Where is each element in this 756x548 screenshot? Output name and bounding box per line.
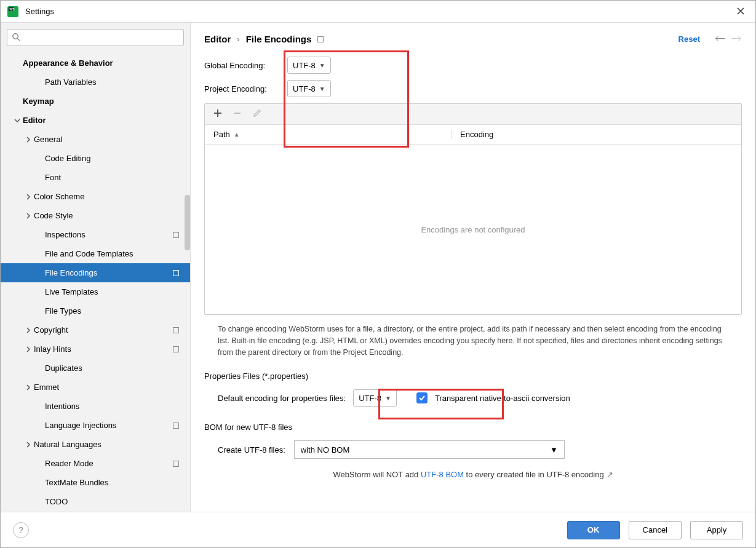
sidebar-item-label: Editor <box>23 116 190 125</box>
sidebar: Appearance & BehaviorPath VariablesKeyma… <box>1 23 191 512</box>
sidebar-item-file-types[interactable]: File Types <box>1 301 190 320</box>
sidebar-item-label: Live Templates <box>45 287 190 296</box>
sidebar-item-label: General <box>34 135 190 144</box>
sidebar-item-label: Appearance & Behavior <box>23 58 190 68</box>
encodings-table: Path ▲ Encoding Encodings are not config… <box>204 103 742 315</box>
bom-create-label: Create UTF-8 files: <box>218 445 285 455</box>
chevron-right-icon <box>23 346 34 352</box>
help-text: To change encoding WebStorm uses for a f… <box>218 324 728 358</box>
bom-note: WebStorm will NOT add UTF-8 BOM to every… <box>204 470 742 479</box>
sidebar-item-language-injections[interactable]: Language Injections <box>1 416 190 435</box>
cancel-button[interactable]: Cancel <box>629 521 682 539</box>
content-panel: Editor › File Encodings Reset 🡐 🡒 Global… <box>191 23 755 512</box>
sidebar-item-code-editing[interactable]: Code Editing <box>1 149 190 168</box>
utf8-bom-link[interactable]: UTF-8 BOM <box>421 470 464 479</box>
scope-badge-icon <box>173 423 179 429</box>
chevron-down-icon: ▼ <box>319 85 325 92</box>
sidebar-item-label: Color Scheme <box>34 192 190 201</box>
chevron-down-icon: ▼ <box>385 395 391 402</box>
sidebar-item-label: Inspections <box>45 230 173 239</box>
chevron-right-icon <box>23 213 34 219</box>
scope-badge-icon <box>173 461 179 467</box>
sidebar-item-path-variables[interactable]: Path Variables <box>1 73 190 92</box>
sidebar-item-label: TODO <box>45 497 190 506</box>
settings-tree[interactable]: Appearance & BehaviorPath VariablesKeyma… <box>1 51 190 512</box>
search-input[interactable] <box>7 29 184 46</box>
scope-badge-icon <box>173 270 179 276</box>
sidebar-item-duplicates[interactable]: Duplicates <box>1 359 190 378</box>
transparent-conversion-label[interactable]: Transparent native-to-ascii conversion <box>435 394 570 403</box>
sidebar-item-natural-languages[interactable]: Natural Languages <box>1 435 190 454</box>
sidebar-item-code-style[interactable]: Code Style <box>1 206 190 225</box>
chevron-down-icon: ▼ <box>319 62 325 69</box>
nav-forward-icon: 🡒 <box>731 33 742 46</box>
sidebar-item-font[interactable]: Font <box>1 168 190 187</box>
sidebar-item-label: Code Editing <box>45 154 190 163</box>
sidebar-item-label: Reader Mode <box>45 459 173 468</box>
chevron-right-icon <box>23 137 34 143</box>
table-empty-text: Encodings are not configured <box>205 145 741 314</box>
apply-button[interactable]: Apply <box>690 521 743 539</box>
chevron-right-icon <box>23 442 34 448</box>
sidebar-item-label: Inlay Hints <box>34 344 173 354</box>
chevron-right-icon <box>23 194 34 200</box>
sidebar-item-emmet[interactable]: Emmet <box>1 378 190 397</box>
sidebar-item-appearance-behavior[interactable]: Appearance & Behavior <box>1 54 190 73</box>
scope-badge-icon <box>173 232 179 238</box>
sidebar-item-textmate-bundles[interactable]: TextMate Bundles <box>1 473 190 492</box>
properties-encoding-dropdown[interactable]: UTF-8 ▼ <box>353 389 397 407</box>
sidebar-item-copyright[interactable]: Copyright <box>1 320 190 340</box>
sidebar-item-label: File Types <box>45 306 190 316</box>
chevron-right-icon <box>23 327 34 333</box>
sidebar-item-file-encodings[interactable]: File Encodings <box>1 263 190 282</box>
transparent-conversion-checkbox[interactable] <box>416 392 428 403</box>
chevron-right-icon <box>23 384 34 391</box>
sidebar-item-inspections[interactable]: Inspections <box>1 225 190 244</box>
scope-badge-icon <box>173 327 179 333</box>
column-path[interactable]: Path ▲ <box>205 130 451 139</box>
sidebar-item-label: Natural Languages <box>34 440 190 449</box>
sidebar-item-color-scheme[interactable]: Color Scheme <box>1 187 190 206</box>
properties-section-title: Properties Files (*.properties) <box>204 371 742 381</box>
global-encoding-label: Global Encoding: <box>204 61 287 70</box>
global-encoding-dropdown[interactable]: UTF-8 ▼ <box>287 57 331 74</box>
sidebar-item-reader-mode[interactable]: Reader Mode <box>1 454 190 473</box>
breadcrumb: Editor › File Encodings Reset 🡐 🡒 <box>204 33 742 46</box>
close-button[interactable] <box>732 4 749 20</box>
help-button[interactable]: ? <box>13 522 29 538</box>
sidebar-item-label: Language Injections <box>45 421 173 430</box>
project-encoding-label: Project Encoding: <box>204 84 287 93</box>
chevron-right-icon: › <box>237 34 239 44</box>
app-icon: WS <box>7 6 19 18</box>
sidebar-item-general[interactable]: General <box>1 130 190 149</box>
table-header[interactable]: Path ▲ Encoding <box>205 125 741 145</box>
sidebar-item-inlay-hints[interactable]: Inlay Hints <box>1 340 190 359</box>
sidebar-item-label: Font <box>45 173 190 182</box>
ok-button[interactable]: OK <box>567 521 620 539</box>
add-icon[interactable] <box>213 109 222 120</box>
breadcrumb-page: File Encodings <box>246 34 312 44</box>
sidebar-item-todo[interactable]: TODO <box>1 492 190 511</box>
properties-encoding-label: Default encoding for properties files: <box>218 394 346 403</box>
nav-back-icon[interactable]: 🡐 <box>715 33 726 46</box>
sidebar-item-file-and-code-templates[interactable]: File and Code Templates <box>1 244 190 263</box>
sidebar-item-label: Code Style <box>34 211 190 220</box>
sort-asc-icon: ▲ <box>234 131 240 138</box>
sidebar-item-keymap[interactable]: Keymap <box>1 92 190 111</box>
remove-icon <box>233 109 242 120</box>
table-toolbar <box>205 104 741 125</box>
scope-badge-icon <box>173 346 179 352</box>
column-encoding[interactable]: Encoding <box>451 130 741 139</box>
sidebar-item-label: Intentions <box>45 402 190 411</box>
sidebar-item-editor[interactable]: Editor <box>1 111 190 130</box>
breadcrumb-root[interactable]: Editor <box>204 34 231 44</box>
sidebar-item-label: Duplicates <box>45 363 190 373</box>
sidebar-item-live-templates[interactable]: Live Templates <box>1 282 190 301</box>
sidebar-item-intentions[interactable]: Intentions <box>1 397 190 416</box>
chevron-down-icon <box>12 117 23 124</box>
sidebar-item-label: Emmet <box>34 383 190 392</box>
project-encoding-dropdown[interactable]: UTF-8 ▼ <box>287 80 331 97</box>
reset-button[interactable]: Reset <box>678 34 700 44</box>
bom-create-dropdown[interactable]: with NO BOM ▼ <box>294 440 565 459</box>
sidebar-item-label: Copyright <box>34 325 173 335</box>
